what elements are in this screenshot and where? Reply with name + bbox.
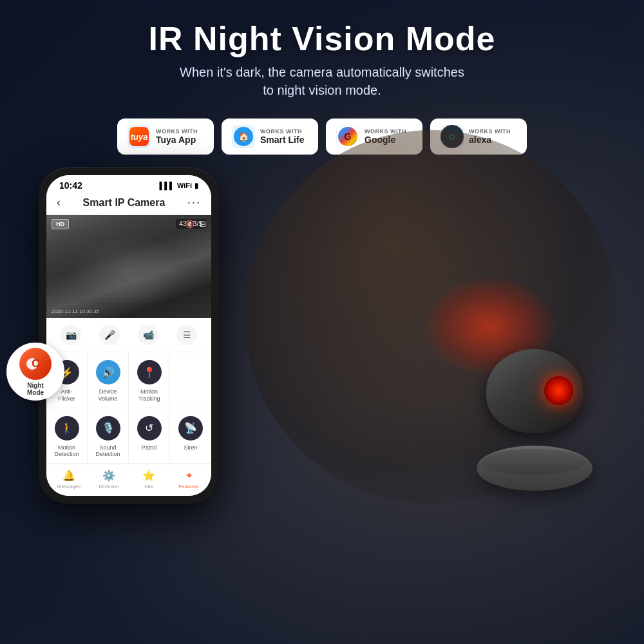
anti-flicker-label: Anti-Flicker [58,388,75,402]
messages-label: Messages [57,484,80,489]
nav-site[interactable]: ⭐ Site [129,469,169,489]
feature-motion-tracking[interactable]: 📍 MotionTracking [129,352,170,408]
feature-empty [170,352,211,408]
layout-icon[interactable]: ⊟ [200,220,206,229]
tuya-brand: Tuya App [156,135,198,145]
bottom-nav: 🔔 Messages ⚙️ Direction ⭐ Site ✦ [46,464,211,496]
patrol-icon: ↺ [137,416,162,440]
svg-text:C: C [32,358,39,369]
nav-direction[interactable]: ⚙️ Direction [89,469,129,489]
feature-siren[interactable]: 📡 Siren [170,408,211,464]
camera-base [477,446,592,491]
tuya-icon: tuya [128,125,151,148]
feature-grid: ⚡ Anti-Flicker 🔊 DeviceVolume 📍 MotionTr… [46,352,211,464]
wifi-icon: WiFi [177,182,192,189]
smartlife-works-with: WORKS WITH [260,128,304,135]
direction-label: Direction [99,484,119,489]
tuya-badge-text: WORKS WITH Tuya App [156,128,198,145]
back-button[interactable]: ‹ [57,196,61,209]
feature-sound-detection[interactable]: 🎙️ SoundDetection [88,408,129,464]
video-ctrl-icon[interactable]: 📹 [138,325,158,345]
smartlife-badge-text: WORKS WITH Smart Life [260,128,304,145]
night-mode-label: NightMode [27,382,44,396]
menu-ctrl-icon[interactable]: ☰ [176,325,197,345]
sound-detection-icon: 🎙️ [96,416,120,440]
badge-tuya: tuya WORKS WITH Tuya App [117,118,214,155]
smartlife-icon: 🏠 [234,127,253,146]
phone-device: 10:42 ▌▌▌ WiFi ▮ ‹ Smart IP Camera ··· [39,167,219,504]
feature-device-volume[interactable]: 🔊 DeviceVolume [88,352,129,408]
status-bar: 10:42 ▌▌▌ WiFi ▮ [46,175,211,193]
hd-badge: HD [52,219,69,229]
camera-scene [232,182,618,504]
tuya-logo: tuya [129,127,149,146]
content-wrapper: IR Night Vision Mode When it's dark, the… [0,0,644,644]
camera-lens [544,376,573,405]
badge-smartlife: 🏠 WORKS WITH Smart Life [222,118,318,155]
mic-ctrl-icon[interactable]: 🎤 [99,325,120,345]
video-timestamp: 2020-11-11 10:30:35 [52,308,99,314]
site-label: Site [144,484,153,489]
video-area: HD 🔇 ⊟ 43 KB/S 2020-11-11 10:30:35 [46,215,211,318]
smartlife-brand: Smart Life [260,135,304,145]
site-icon: ⭐ [142,469,155,482]
main-content: C NightMode 10:42 ▌▌▌ WiFi ▮ [0,155,644,516]
battery-icon: ▮ [194,182,198,190]
tuya-works-with: WORKS WITH [156,128,198,135]
control-icons-row: 📷 🎤 📹 ☰ [46,318,211,352]
camera-device [464,349,605,491]
mute-icon[interactable]: 🔇 [185,220,194,229]
features-label: Features [178,484,199,489]
motion-tracking-label: MotionTracking [138,388,160,402]
motion-detection-icon: 🚶 [55,416,79,440]
header-section: IR Night Vision Mode When it's dark, the… [0,0,644,106]
feature-motion-detection[interactable]: 🚶 MotionDetection [46,408,88,464]
night-vision-feed [46,215,211,318]
siren-icon: 📡 [178,416,203,440]
google-icon-wrapper: G [336,125,359,148]
video-icons-top: 🔇 ⊟ [185,220,206,229]
smartlife-icon-wrapper: 🏠 [232,125,255,148]
more-button[interactable]: ··· [187,196,201,209]
page-subtitle: When it's dark, the camera automatically… [13,63,631,99]
siren-label: Siren [184,444,197,451]
phone-wrapper: C NightMode 10:42 ▌▌▌ WiFi ▮ [26,167,232,504]
night-mode-svg: C [26,354,45,374]
app-title: Smart IP Camera [83,197,166,209]
motion-detection-label: MotionDetection [54,444,79,459]
video-controls-top: HD 🔇 ⊟ [52,219,206,229]
night-mode-icon: C [19,348,52,380]
app-header: ‹ Smart IP Camera ··· [46,193,211,215]
direction-icon: ⚙️ [102,469,115,482]
patrol-label: Patrol [142,444,157,451]
nav-messages[interactable]: 🔔 Messages [49,469,89,489]
night-mode-badge: C NightMode [6,343,64,401]
nav-features[interactable]: ✦ Features [169,469,209,489]
badges-row: tuya WORKS WITH Tuya App 🏠 WORKS WITH Sm… [0,118,644,155]
messages-icon: 🔔 [62,469,75,482]
sound-detection-label: SoundDetection [95,444,120,459]
device-volume-label: DeviceVolume [98,388,117,402]
phone-screen: 10:42 ▌▌▌ WiFi ▮ ‹ Smart IP Camera ··· [46,175,211,496]
device-volume-icon: 🔊 [96,360,120,384]
signal-icon: ▌▌▌ [159,182,174,189]
google-icon: G [338,127,357,146]
camera-body [486,349,583,433]
feature-patrol[interactable]: ↺ Patrol [129,408,170,464]
alexa-works-with: WORKS WITH [469,128,511,135]
status-time: 10:42 [59,180,82,191]
camera-ctrl-icon[interactable]: 📷 [61,325,81,345]
status-icons: ▌▌▌ WiFi ▮ [159,182,198,190]
page-title: IR Night Vision Mode [13,19,631,58]
features-icon: ✦ [185,469,193,482]
motion-tracking-icon: 📍 [137,360,162,384]
